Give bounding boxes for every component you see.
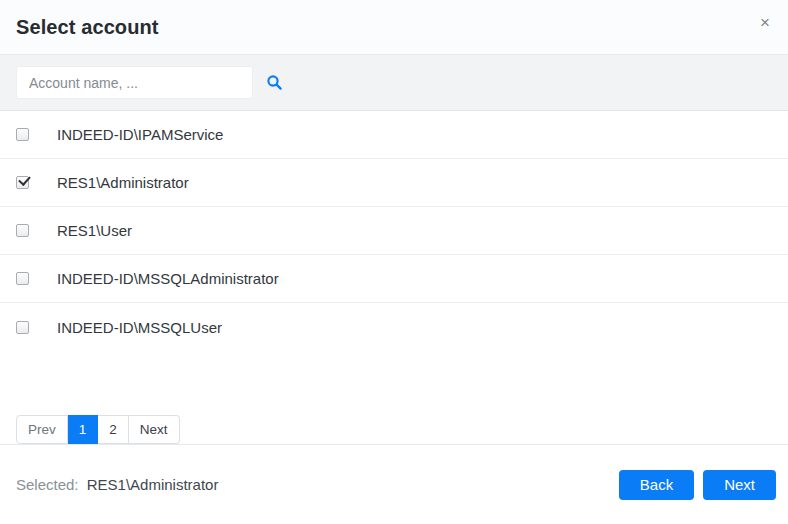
search-input[interactable] <box>16 66 253 99</box>
selected-summary: Selected: RES1\Administrator <box>16 476 218 493</box>
account-name: INDEED-ID\MSSQLUser <box>57 319 222 336</box>
selected-label: Selected: <box>16 476 79 493</box>
dialog-footer: Selected: RES1\Administrator Back Next <box>0 444 788 524</box>
select-account-dialog: Select account × INDEED-ID\IPAMService R… <box>0 0 788 524</box>
search-toolbar <box>0 55 788 111</box>
account-checkbox[interactable] <box>16 128 29 141</box>
back-button[interactable]: Back <box>619 470 694 500</box>
search-icon <box>266 74 283 91</box>
account-checkbox[interactable] <box>16 224 29 237</box>
account-checkbox[interactable] <box>16 176 29 189</box>
dialog-title: Select account <box>16 16 159 39</box>
account-row[interactable]: INDEED-ID\MSSQLUser <box>0 303 788 351</box>
pagination-page-2[interactable]: 2 <box>98 415 129 444</box>
pagination-prev[interactable]: Prev <box>16 415 68 444</box>
pagination-page-1[interactable]: 1 <box>68 415 99 444</box>
account-name: RES1\Administrator <box>57 174 189 191</box>
selected-value: RES1\Administrator <box>87 476 219 493</box>
next-button[interactable]: Next <box>703 470 776 500</box>
account-list: INDEED-ID\IPAMService RES1\Administrator… <box>0 111 788 351</box>
account-row[interactable]: RES1\Administrator <box>0 159 788 207</box>
account-name: INDEED-ID\IPAMService <box>57 126 223 143</box>
search-button[interactable] <box>259 68 289 98</box>
footer-actions: Back Next <box>619 470 776 500</box>
close-icon[interactable]: × <box>754 12 776 34</box>
account-checkbox[interactable] <box>16 321 29 334</box>
pagination-next[interactable]: Next <box>129 415 180 444</box>
account-name: RES1\User <box>57 222 132 239</box>
dialog-header: Select account × <box>0 0 788 55</box>
account-checkbox[interactable] <box>16 272 29 285</box>
pagination-container: Prev 1 2 Next <box>0 351 788 444</box>
account-row[interactable]: INDEED-ID\IPAMService <box>0 111 788 159</box>
account-row[interactable]: RES1\User <box>0 207 788 255</box>
account-name: INDEED-ID\MSSQLAdministrator <box>57 270 279 287</box>
account-row[interactable]: INDEED-ID\MSSQLAdministrator <box>0 255 788 303</box>
pagination: Prev 1 2 Next <box>16 415 180 444</box>
